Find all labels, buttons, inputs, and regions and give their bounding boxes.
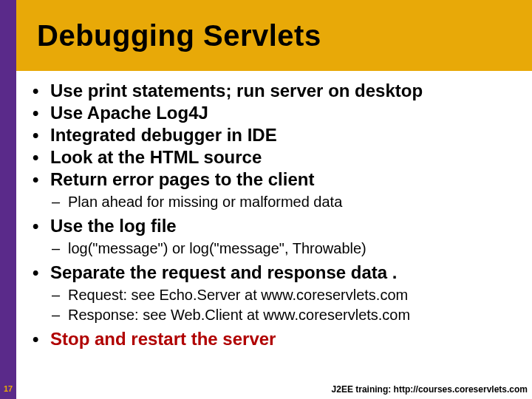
bullet-item: Use the log file	[27, 215, 529, 237]
sub-bullet-list: Plan ahead for missing or malformed data	[27, 192, 529, 212]
bullet-item-highlight: Stop and restart the server	[27, 328, 529, 350]
sub-bullet-item: Plan ahead for missing or malformed data	[27, 192, 529, 212]
sub-bullet-item: Request: see Echo.Server at www.coreserv…	[27, 285, 529, 305]
slide-title: Debugging Servlets	[37, 19, 321, 52]
bullet-item: Look at the HTML source	[27, 146, 529, 168]
left-accent-stripe	[0, 0, 16, 399]
sub-bullet-item: Response: see Web.Client at www.coreserv…	[27, 305, 529, 325]
bullet-list: Separate the request and response data .	[27, 262, 529, 284]
page-number: 17	[0, 384, 16, 393]
sub-bullet-list: log("message") or log("message", Throwab…	[27, 239, 529, 259]
bullet-item: Integrated debugger in IDE	[27, 124, 529, 146]
bullet-item: Separate the request and response data .	[27, 262, 529, 284]
title-band: Debugging Servlets	[16, 0, 532, 71]
bullet-list: Stop and restart the server	[27, 328, 529, 350]
sub-bullet-item: log("message") or log("message", Throwab…	[27, 239, 529, 259]
sub-bullet-list: Request: see Echo.Server at www.coreserv…	[27, 285, 529, 325]
footer-text: J2EE training: http://courses.coreservle…	[332, 384, 528, 395]
bullet-list: Use print statements; run server on desk…	[27, 80, 529, 191]
slide: Debugging Servlets Use print statements;…	[0, 0, 532, 399]
bullet-item: Use Apache Log4J	[27, 102, 529, 124]
bullet-list: Use the log file	[27, 215, 529, 237]
bullet-item: Return error pages to the client	[27, 168, 529, 191]
slide-content: Use print statements; run server on desk…	[16, 80, 529, 377]
bullet-item: Use print statements; run server on desk…	[27, 80, 529, 102]
